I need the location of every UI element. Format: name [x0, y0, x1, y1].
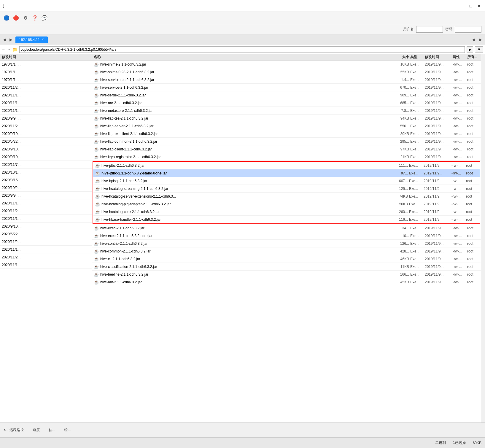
path-forward-arrow[interactable]: → [7, 47, 11, 52]
file-date: 1970/1/1, ... [2, 62, 90, 66]
table-row[interactable]: ☕ hive-jdbc-2.1.1-cdh6.3.2-standalone.ja… [93, 169, 480, 177]
list-item[interactable]: 2020/11/1... [0, 261, 92, 269]
file-perm-cell: -rw-... [453, 62, 466, 66]
table-row[interactable]: ☕ hive-hcatalog-streaming-2.1.1-cdh6.3.2… [93, 185, 480, 193]
status-remote-path: <... 远程路径 [4, 428, 24, 433]
list-item[interactable]: 2020/9/9, ... [0, 115, 92, 122]
table-row[interactable]: ☕ hive-contrib-2.1.1-cdh6.3.2.jar 126...… [92, 240, 481, 247]
list-item[interactable]: 2020/11/1... [0, 107, 92, 115]
list-item[interactable]: 2020/11/7,... [0, 161, 92, 169]
table-row[interactable]: ☕ hive-hbase-handler-2.1.1-cdh6.3.2.jar … [93, 216, 480, 223]
maximize-button[interactable]: □ [468, 3, 474, 9]
file-perm-cell: -rw-... [453, 147, 466, 151]
list-item[interactable]: 2020/11/1... [0, 246, 92, 253]
table-row[interactable]: ☕ hive-kryo-registrator-2.1.1-cdh6.3.2.j… [92, 153, 481, 161]
java-file-icon: ☕ [94, 77, 99, 82]
file-date-cell: 2019/11/9... [425, 242, 451, 246]
list-item[interactable]: 2020/9/10,... [0, 130, 92, 138]
message-icon[interactable]: 💬 [40, 14, 49, 22]
path-go-button[interactable]: ▶ [467, 46, 473, 53]
tab-nav-right-icon[interactable]: ▶ [477, 36, 484, 43]
table-row[interactable]: ☕ hive-service-2.1.1-cdh6.3.2.jar 670...… [92, 84, 481, 91]
disconnect-icon[interactable]: 🔴 [12, 14, 20, 22]
minimize-button[interactable]: ─ [459, 3, 465, 9]
settings-icon[interactable]: ⚙ [21, 14, 30, 22]
table-row[interactable]: ☕ hive-ant-2.1.1-cdh6.3.2.jar 45KB Exe..… [92, 278, 481, 286]
file-owner-cell: root [467, 70, 479, 74]
list-item[interactable]: 2020/10/2... [0, 184, 92, 192]
table-row[interactable]: ☕ hive-shims-2.1.1-cdh6.3.2.jar 10KB Exe… [92, 61, 481, 68]
table-row[interactable]: ☕ hive-hcatalog-pig-adapter-2.1.1-cdh6.3… [93, 200, 480, 208]
file-date: 2020/11/1... [2, 247, 90, 252]
path-input[interactable] [19, 46, 465, 53]
list-item[interactable]: 1970/1/1, ... [0, 68, 92, 76]
tab-prev-button[interactable]: ◀ [1, 36, 8, 43]
username-input[interactable] [416, 26, 443, 33]
table-row[interactable]: ☕ hive-llap-ext-client-2.1.1-cdh6.3.2.ja… [92, 130, 481, 138]
table-row[interactable]: ☕ hive-shims-0.23-2.1.1-cdh6.3.2.jar 55K… [92, 68, 481, 76]
java-file-icon: ☕ [94, 272, 99, 277]
tab-nav-left-icon[interactable]: ◀ [470, 36, 477, 43]
file-date: 2020/5/22... [2, 139, 90, 144]
tab-192-168-4-11[interactable]: 192.168.4.11 ✕ [15, 36, 48, 43]
table-row[interactable]: ☕ hive-hplsql-2.1.1-cdh6.3.2.jar 667... … [93, 177, 480, 185]
list-item[interactable]: 2020/5/22... [0, 138, 92, 145]
list-item[interactable]: 2020/11/2... [0, 84, 92, 91]
list-item[interactable]: 2020/11/1... [0, 91, 92, 99]
list-item[interactable]: 2020/9/10,... [0, 145, 92, 153]
table-row[interactable]: ☕ hive-hcatalog-core-2.1.1-cdh6.3.2.jar … [93, 208, 480, 216]
list-item[interactable]: 2020/11/2... [0, 122, 92, 130]
table-row[interactable]: ☕ hive-orc-2.1.1-cdh6.3.2.jar 685... Exe… [92, 99, 481, 107]
password-input[interactable] [455, 26, 481, 33]
list-item[interactable]: 2020/5/22... [0, 230, 92, 238]
table-row[interactable]: ☕ hive-hcatalog-server-extensions-2.1.1-… [93, 193, 480, 200]
tab-next-button[interactable]: ▶ [8, 36, 14, 43]
table-row[interactable]: ☕ hive-common-2.1.1-cdh6.3.2.jar 428... … [92, 247, 481, 255]
table-row[interactable]: ☕ hive-llap-tez-2.1.1-cdh6.3.2.jar 94KB … [92, 115, 481, 122]
scrollbar[interactable] [481, 54, 485, 422]
left-file-list[interactable]: 1970/1/1, ...1970/1/1, ...1970/1/1, ...2… [0, 61, 92, 422]
list-item[interactable]: 2020/8/15... [0, 176, 92, 184]
file-date: 2020/11/7,... [2, 163, 90, 167]
file-size-cell: 1.4... [393, 78, 409, 82]
table-row[interactable]: ☕ hive-llap-client-2.1.1-cdh6.3.2.jar 97… [92, 145, 481, 153]
file-type-cell: Exe... [410, 101, 424, 105]
list-item[interactable]: 2020/11/1... [0, 99, 92, 107]
list-item[interactable]: 2020/11/1... [0, 215, 92, 223]
list-item[interactable]: 1970/1/1, ... [0, 61, 92, 68]
file-perm-cell: -rw-... [451, 187, 465, 191]
username-label: 用户名 [403, 27, 414, 32]
close-button[interactable]: ✕ [476, 3, 482, 9]
table-row[interactable]: ☕ hive-llap-server-2.1.1-cdh6.3.2.jar 55… [92, 122, 481, 130]
table-row[interactable]: ☕ hive-classification-2.1.1-cdh6.3.2.jar… [92, 263, 481, 271]
list-item[interactable]: 2020/11/2... [0, 238, 92, 246]
file-name-cell: hive-exec-2.1.1-cdh6.3.2-core.jar [100, 234, 392, 238]
table-row[interactable]: ☕ hive-metastore-2.1.1-cdh6.3.2.jar 7.8.… [92, 107, 481, 115]
list-item[interactable]: 2020/10/1... [0, 169, 92, 176]
path-back-arrow[interactable]: ← [2, 47, 5, 52]
java-file-icon: ☕ [95, 186, 100, 191]
file-date-cell: 2019/11/9... [424, 194, 450, 198]
list-item[interactable]: 2020/9/10,... [0, 153, 92, 161]
java-file-icon: ☕ [94, 108, 99, 113]
list-item[interactable]: 2020/9/10,... [0, 223, 92, 230]
tab-close-button[interactable]: ✕ [42, 38, 44, 42]
path-options-button[interactable]: ▼ [475, 46, 483, 53]
table-row[interactable]: ☕ hive-exec-2.1.1-cdh6.3.2.jar 34... Exe… [92, 224, 481, 232]
table-row[interactable]: ☕ hive-service-rpc-2.1.1-cdh6.3.2.jar 1.… [92, 76, 481, 84]
table-row[interactable]: ☕ hive-cli-2.1.1-cdh6.3.2.jar 46KB Exe..… [92, 255, 481, 263]
help-icon[interactable]: ❓ [31, 14, 39, 22]
list-item[interactable]: 2020/9/9, ... [0, 192, 92, 199]
table-row[interactable]: ☕ hive-llap-common-2.1.1-cdh6.3.2.jar 29… [92, 138, 481, 145]
table-row[interactable]: ☕ hive-exec-2.1.1-cdh6.3.2-core.jar 10..… [92, 232, 481, 240]
table-row[interactable]: ☕ hive-jdbc-2.1.1-cdh6.3.2.jar 111... Ex… [93, 162, 480, 169]
table-row[interactable]: ☕ hive-serde-2.1.1-cdh6.3.2.jar 909... E… [92, 91, 481, 99]
table-row[interactable]: ☕ hive-beeline-2.1.1-cdh6.3.2.jar 166...… [92, 271, 481, 278]
list-item[interactable]: 1970/1/1, ... [0, 76, 92, 84]
list-item[interactable]: 2020/11/2... [0, 253, 92, 261]
left-col-header: 修改时间 [0, 54, 92, 61]
right-file-list[interactable]: ☕ hive-shims-2.1.1-cdh6.3.2.jar 10KB Exe… [92, 61, 481, 422]
list-item[interactable]: 2020/11/2... [0, 207, 92, 215]
connect-icon[interactable]: 🔵 [2, 14, 11, 22]
list-item[interactable]: 2020/11/1... [0, 199, 92, 207]
